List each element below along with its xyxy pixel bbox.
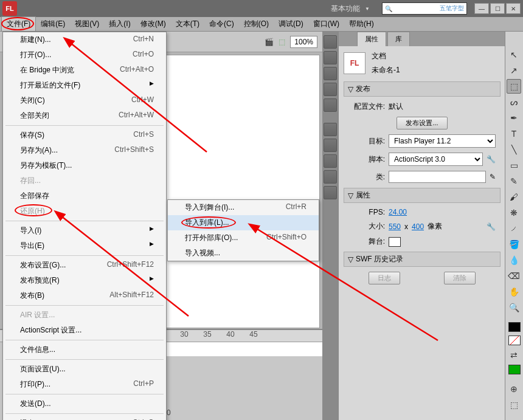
snap-tool[interactable]: ⊕ xyxy=(507,382,521,396)
submenu-item[interactable]: 导入到舞台(I)...Ctrl+R xyxy=(168,200,319,215)
section-swf-history[interactable]: ▽SWF 历史记录 xyxy=(344,252,500,267)
panel-button[interactable] xyxy=(324,170,337,184)
maximize-button[interactable]: ☐ xyxy=(490,3,505,14)
option-tool[interactable]: ⬚ xyxy=(507,398,521,412)
fps-value[interactable]: 24.00 xyxy=(389,208,407,216)
menu-item[interactable]: 发布设置(G)...Ctrl+Shift+F12 xyxy=(3,258,166,273)
submenu-item[interactable]: 导入视频... xyxy=(168,246,319,261)
menu-item[interactable]: 页面设置(U)... xyxy=(3,362,166,377)
menu-item[interactable]: AIR 设置... xyxy=(3,308,166,323)
height-value[interactable]: 400 xyxy=(412,222,424,231)
bone-tool[interactable]: ⟋ xyxy=(507,221,521,236)
menu-item[interactable]: 关闭(C)Ctrl+W xyxy=(3,93,166,108)
workspace-selector[interactable]: 基本功能▼ xyxy=(331,4,370,14)
swap-colors[interactable]: ⇄ xyxy=(507,348,521,362)
panel-button[interactable] xyxy=(324,154,337,168)
tool-icon[interactable]: 🎬 xyxy=(265,38,274,46)
pencil-icon[interactable]: ✎ xyxy=(490,173,496,181)
paint-bucket-tool[interactable]: 🪣 xyxy=(507,237,521,252)
close-button[interactable]: ✕ xyxy=(506,3,521,14)
section-publish[interactable]: ▽发布 xyxy=(344,81,500,97)
line-tool[interactable]: ╲ xyxy=(507,142,521,157)
wrench-icon[interactable]: 🔧 xyxy=(487,222,496,231)
menu-item[interactable]: 文件信息... xyxy=(3,342,166,357)
panel-button[interactable] xyxy=(324,67,337,80)
menu-item[interactable]: 全部保存 xyxy=(3,188,166,204)
menu-debug[interactable]: 调试(D) xyxy=(274,17,308,31)
menu-modify[interactable]: 修改(M) xyxy=(136,17,171,31)
wrench-icon[interactable]: 🔧 xyxy=(487,155,496,164)
menu-item[interactable]: 保存(S)Ctrl+S xyxy=(3,128,166,143)
panel-button[interactable] xyxy=(324,83,337,96)
panel-button[interactable] xyxy=(324,139,337,152)
panel-button[interactable] xyxy=(324,186,337,199)
panel-button[interactable] xyxy=(324,98,337,112)
class-input[interactable] xyxy=(389,171,486,183)
menu-item[interactable]: 打开最近的文件(F)▶ xyxy=(3,78,166,93)
submenu-item[interactable]: 打开外部库(O)...Ctrl+Shift+O xyxy=(168,230,319,246)
profile-value: 默认 xyxy=(389,102,403,112)
script-select[interactable]: ActionScript 3.0 xyxy=(389,153,483,166)
menu-item[interactable]: 新建(N)...Ctrl+N xyxy=(3,32,166,47)
menu-edit[interactable]: 编辑(E) xyxy=(36,17,70,31)
menu-item[interactable]: 导出(E)▶ xyxy=(3,238,166,253)
log-button[interactable]: 日志 xyxy=(369,272,400,284)
width-value[interactable]: 550 xyxy=(389,222,401,231)
subselection-tool[interactable]: ↗ xyxy=(507,63,521,78)
menu-item[interactable]: 打印(P)...Ctrl+P xyxy=(3,377,166,392)
menu-item[interactable]: 还原(H) xyxy=(3,204,166,219)
menu-insert[interactable]: 插入(I) xyxy=(104,17,135,31)
target-select[interactable]: Flash Player 11.2 xyxy=(389,134,496,148)
menu-file[interactable]: 文件(F) xyxy=(1,16,36,32)
fill-none[interactable] xyxy=(508,336,521,345)
menu-window[interactable]: 窗口(W) xyxy=(308,17,344,31)
brush-tool[interactable]: 🖌 xyxy=(507,190,521,204)
menu-item[interactable]: ActionScript 设置... xyxy=(3,323,166,338)
lasso-tool[interactable]: ᔕ xyxy=(507,95,521,109)
tab-properties[interactable]: 属性 xyxy=(357,32,386,46)
rectangle-tool[interactable]: ▭ xyxy=(507,158,521,173)
menu-view[interactable]: 视图(V) xyxy=(70,17,104,31)
search-input[interactable]: 🔍 五笔字型 xyxy=(382,2,467,15)
menu-item[interactable]: 打开(O)...Ctrl+O xyxy=(3,47,166,63)
menu-item[interactable]: 存回... xyxy=(3,173,166,188)
menu-item[interactable]: 另存为模板(T)... xyxy=(3,158,166,173)
menu-item[interactable]: 发布预览(R)▶ xyxy=(3,273,166,288)
zoom-tool[interactable]: 🔍 xyxy=(507,300,521,315)
menu-control[interactable]: 控制(O) xyxy=(239,17,274,31)
minimize-button[interactable]: — xyxy=(474,3,489,14)
hand-tool[interactable]: ✋ xyxy=(507,284,521,299)
eraser-tool[interactable]: ⌫ xyxy=(507,269,521,283)
menu-item[interactable]: 发布(B)Alt+Shift+F12 xyxy=(3,288,166,303)
pencil-tool[interactable]: ✎ xyxy=(507,174,521,188)
tool-icon[interactable]: ⬚ xyxy=(279,38,285,46)
free-transform-tool[interactable]: ⬚ xyxy=(507,79,521,94)
menu-item[interactable]: 另存为(A)...Ctrl+Shift+S xyxy=(3,143,166,158)
stroke-color[interactable] xyxy=(508,322,521,332)
menu-item[interactable]: 全部关闭Ctrl+Alt+W xyxy=(3,108,166,123)
publish-settings-button[interactable]: 发布设置... xyxy=(397,117,447,129)
panel-button[interactable] xyxy=(324,123,337,136)
stage-color-swatch[interactable] xyxy=(389,237,401,247)
menu-command[interactable]: 命令(C) xyxy=(204,17,239,31)
doc-type-label: 文档 xyxy=(372,51,400,61)
selection-tool[interactable]: ↖ xyxy=(507,47,521,62)
section-properties[interactable]: ▽属性 xyxy=(344,188,500,203)
panel-button[interactable] xyxy=(324,51,337,64)
text-tool[interactable]: T xyxy=(507,126,521,141)
tab-library[interactable]: 库 xyxy=(387,32,410,46)
menu-item[interactable]: 在 Bridge 中浏览Ctrl+Alt+O xyxy=(3,63,166,78)
menu-item[interactable]: 退出(X)Ctrl+Q xyxy=(3,416,166,420)
deco-tool[interactable]: ❋ xyxy=(507,205,521,220)
clear-button[interactable]: 清除 xyxy=(444,272,476,284)
submenu-item[interactable]: 导入到库(L)... xyxy=(168,215,319,230)
menu-item[interactable]: 发送(D)... xyxy=(3,396,166,411)
fill-color[interactable] xyxy=(508,365,521,374)
pen-tool[interactable]: ✒ xyxy=(507,111,521,125)
eyedropper-tool[interactable]: 💧 xyxy=(507,253,521,267)
menu-item[interactable]: 导入(I)▶ xyxy=(3,223,166,238)
menu-text[interactable]: 文本(T) xyxy=(171,17,204,31)
zoom-level[interactable]: 100% xyxy=(290,36,317,48)
panel-button[interactable] xyxy=(324,35,337,49)
menu-help[interactable]: 帮助(H) xyxy=(344,17,379,31)
